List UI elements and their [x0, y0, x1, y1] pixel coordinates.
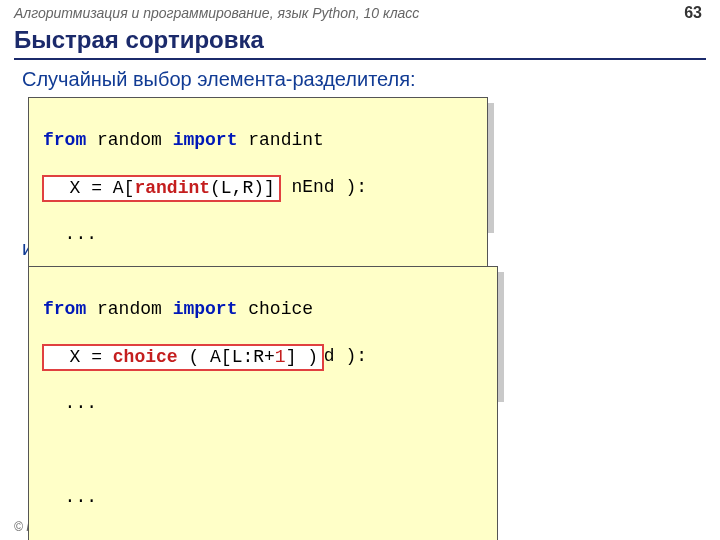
code2-l4-placeholder — [43, 439, 483, 462]
txt-mod-2: random — [86, 299, 172, 319]
content: Случайный выбор элемента-разделителя: fr… — [0, 60, 720, 396]
kw-from: from — [43, 130, 86, 150]
kw-import-2: import — [173, 299, 238, 319]
code2-l5: ... — [43, 486, 483, 509]
header-bar: Алгоритмизация и программирование, язык … — [0, 0, 720, 24]
txt-randint: randint — [237, 130, 323, 150]
section1-heading: Случайный выбор элемента-разделителя: — [22, 68, 700, 91]
course-label: Алгоритмизация и программирование, язык … — [14, 5, 419, 21]
txt-mod: random — [86, 130, 172, 150]
codebox-1: from random import randint def qSort ( A… — [28, 97, 488, 227]
hl2-pre: X = — [48, 347, 113, 367]
kw-import: import — [173, 130, 238, 150]
page-title: Быстрая сортировка — [14, 26, 706, 56]
code1-l3: ... — [43, 223, 473, 246]
hl2-one: 1 — [275, 347, 286, 367]
codebox-2: from random import choice def qSort ( A,… — [28, 266, 498, 396]
kw-from-2: from — [43, 299, 86, 319]
codebox-2-body: from random import choice def qSort ( A,… — [28, 266, 498, 540]
hl2-post: ] ) — [286, 347, 318, 367]
hl1-call: randint — [134, 178, 210, 198]
hl2-call: choice — [113, 347, 178, 367]
highlight-box-1: X = A[randint(L,R)] — [42, 175, 281, 202]
hl1-post: (L,R)] — [210, 178, 275, 198]
code2-l3: ... — [43, 392, 483, 415]
txt-choice: choice — [237, 299, 313, 319]
hl2-mid: ( A[L:R+ — [178, 347, 275, 367]
page-number: 63 — [684, 4, 702, 22]
highlight-box-2: X = choice ( A[L:R+1] ) — [42, 344, 324, 371]
hl1-pre: X = A[ — [48, 178, 134, 198]
